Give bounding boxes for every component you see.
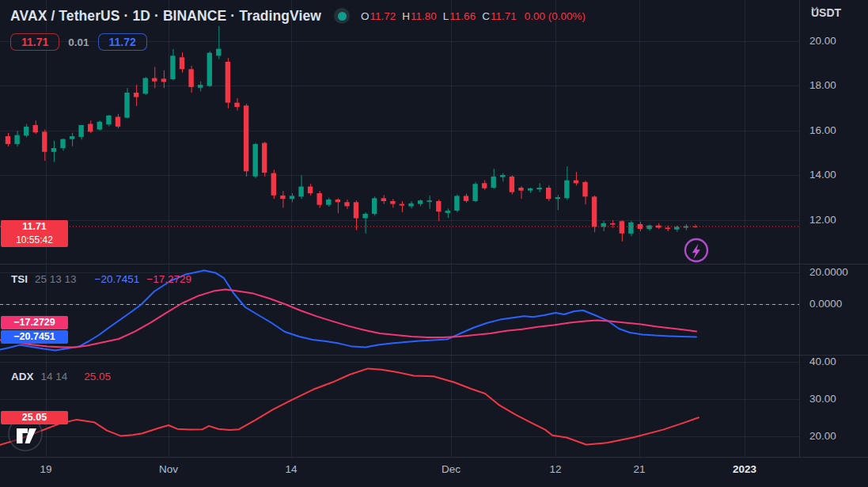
candle[interactable] xyxy=(536,188,541,189)
time-axis-label: 2023 xyxy=(733,463,756,475)
candle[interactable] xyxy=(88,124,93,132)
candle[interactable] xyxy=(244,105,248,171)
candle[interactable] xyxy=(280,196,285,199)
adx-legend[interactable]: ADX 14 14 25.05 xyxy=(11,371,111,382)
candle[interactable] xyxy=(51,148,56,152)
indicator-line-signal xyxy=(0,290,696,348)
candle[interactable] xyxy=(70,136,74,139)
price-axis[interactable]: USDT 20.0018.0016.0014.0012.0020.00000.0… xyxy=(799,0,868,457)
tsi-legend[interactable]: TSI 25 13 13 −20.7451 −17.2729 xyxy=(11,273,191,285)
candle[interactable] xyxy=(170,55,175,79)
candle[interactable] xyxy=(116,117,120,127)
candle[interactable] xyxy=(518,188,523,191)
candle[interactable] xyxy=(262,143,267,173)
candle[interactable] xyxy=(207,53,212,86)
indicator-lines xyxy=(0,271,699,445)
candle[interactable] xyxy=(491,177,496,188)
candle[interactable] xyxy=(628,223,633,234)
candle[interactable] xyxy=(143,78,148,94)
candle[interactable] xyxy=(620,221,624,234)
adx-value: 25.05 xyxy=(84,371,111,382)
candle[interactable] xyxy=(188,69,193,87)
candle[interactable] xyxy=(472,184,477,201)
candle[interactable] xyxy=(234,103,239,107)
candle[interactable] xyxy=(97,122,102,130)
tradingview-chart-window: AVAX / TetherUS · 1D · BINANCE · Trading… xyxy=(0,0,868,487)
time-axis[interactable]: 19Nov14Dec12212023 xyxy=(0,457,868,487)
candle[interactable] xyxy=(528,188,533,191)
candle[interactable] xyxy=(381,198,386,201)
buy-button[interactable]: 11.72 xyxy=(98,33,147,51)
candle[interactable] xyxy=(436,201,441,211)
lightning-icon[interactable] xyxy=(683,237,710,264)
chevron-down-icon xyxy=(811,6,818,11)
realtime-dot-icon xyxy=(338,12,347,21)
candle[interactable] xyxy=(582,182,587,196)
price-change: 0.00 (0.00%) xyxy=(525,10,586,22)
candle[interactable] xyxy=(14,135,19,144)
candle[interactable] xyxy=(510,177,514,192)
candle[interactable] xyxy=(344,202,349,206)
time-axis-label: 14 xyxy=(285,463,297,475)
candle[interactable] xyxy=(78,125,83,137)
candle[interactable] xyxy=(308,187,313,194)
candle[interactable] xyxy=(326,200,331,205)
candle[interactable] xyxy=(33,125,38,132)
candle[interactable] xyxy=(427,200,432,202)
candle[interactable] xyxy=(226,62,230,103)
candle[interactable] xyxy=(372,198,377,214)
candle[interactable] xyxy=(564,181,569,199)
time-axis-label: Nov xyxy=(159,463,178,475)
candle[interactable] xyxy=(271,173,276,196)
candle[interactable] xyxy=(24,127,28,135)
candle[interactable] xyxy=(500,175,505,177)
pane-separator[interactable] xyxy=(0,264,868,264)
time-axis-label: Dec xyxy=(442,463,461,475)
candle[interactable] xyxy=(546,188,551,199)
sell-button[interactable]: 11.71 xyxy=(10,33,59,51)
time-axis-label: 19 xyxy=(40,463,51,475)
candle[interactable] xyxy=(253,144,258,177)
candle[interactable] xyxy=(124,93,129,118)
candle[interactable] xyxy=(180,57,184,69)
candle[interactable] xyxy=(418,200,423,204)
candle[interactable] xyxy=(152,78,157,82)
candle[interactable] xyxy=(60,139,65,148)
candle[interactable] xyxy=(216,49,221,56)
adx-value-badge: 25.05 xyxy=(1,411,68,424)
candle[interactable] xyxy=(445,211,450,213)
candle[interactable] xyxy=(354,202,358,218)
candle[interactable] xyxy=(317,193,322,205)
candle[interactable] xyxy=(6,136,10,144)
price-axis-label: 30.00 xyxy=(809,393,836,405)
candle[interactable] xyxy=(362,214,367,219)
candle[interactable] xyxy=(161,78,166,82)
candle[interactable] xyxy=(482,183,487,188)
candle[interactable] xyxy=(674,226,679,229)
candle[interactable] xyxy=(290,196,294,199)
market-status-icon[interactable] xyxy=(334,8,350,24)
candle[interactable] xyxy=(42,131,47,151)
candle[interactable] xyxy=(555,197,560,199)
ohlc-open: O11.72 xyxy=(361,10,396,22)
candle[interactable] xyxy=(646,226,651,230)
candle[interactable] xyxy=(574,181,578,184)
candle[interactable] xyxy=(390,201,395,204)
candle[interactable] xyxy=(198,85,203,88)
candle[interactable] xyxy=(408,204,413,207)
candle[interactable] xyxy=(106,116,111,124)
candle[interactable] xyxy=(610,223,615,225)
symbol-title[interactable]: AVAX / TetherUS · 1D · BINANCE · Trading… xyxy=(10,8,321,25)
ohlc-high: H11.80 xyxy=(402,10,437,22)
candle[interactable] xyxy=(454,196,459,211)
candle[interactable] xyxy=(400,204,404,206)
candle[interactable] xyxy=(665,228,670,230)
candle[interactable] xyxy=(592,196,597,226)
candle[interactable] xyxy=(298,187,303,197)
candle[interactable] xyxy=(464,196,468,201)
candlestick-series[interactable] xyxy=(6,26,698,242)
candle[interactable] xyxy=(335,200,340,202)
pane-separator[interactable] xyxy=(0,355,868,356)
currency-selector[interactable]: USDT xyxy=(811,6,841,19)
candle[interactable] xyxy=(134,93,138,97)
